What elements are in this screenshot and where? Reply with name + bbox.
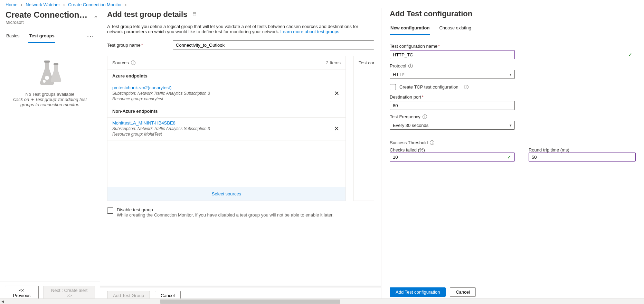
sources-label: Sources	[112, 60, 129, 65]
svg-rect-4	[193, 12, 196, 16]
tab-basics[interactable]: Basics	[6, 31, 20, 43]
collapse-pane-icon[interactable]: «	[94, 14, 97, 20]
breadcrumb-network-watcher[interactable]: Network Watcher	[26, 2, 60, 7]
create-tcp-checkbox[interactable]	[390, 84, 396, 90]
info-icon[interactable]: i	[408, 64, 413, 68]
create-tcp-label: Create TCP test configuration	[399, 84, 458, 90]
disable-group-checkbox[interactable]	[107, 208, 113, 214]
right-tabs: New configuration Choose existing	[390, 23, 636, 35]
org-name: Microsoft	[6, 20, 94, 25]
chevron-right-icon: ›	[63, 2, 65, 7]
info-icon[interactable]: i	[430, 140, 434, 145]
port-input[interactable]	[390, 101, 515, 110]
cancel-button[interactable]: Cancel	[450, 287, 475, 297]
chevron-down-icon: ▾	[510, 123, 512, 128]
app-layout: Create Connection… « Microsoft Basics Te…	[0, 8, 644, 304]
right-pane: Add Test configuration New configuration…	[381, 8, 644, 304]
endpoint-name-link[interactable]: MohittestLA_MININT-HB4SBE8	[112, 120, 333, 126]
protocol-label: Protocol i	[390, 63, 636, 68]
checks-failed-label: Checks failed (%)	[390, 147, 515, 153]
rtt-label: Round trip time (ms)	[529, 147, 636, 153]
frequency-select[interactable]: Every 30 seconds ▾	[390, 121, 515, 130]
mid-pane: Add test group details A Test group lets…	[100, 8, 381, 304]
sources-count: 2 Items	[326, 60, 341, 65]
empty-desc-1: Click on '+ Test group' for adding test	[6, 97, 94, 102]
frequency-label: Test Frequency i	[390, 114, 636, 119]
endpoint-rg: Resource group: MohitTest	[112, 132, 333, 137]
test-configurations-panel: Test configurations	[353, 56, 374, 201]
add-test-config-button[interactable]: Add Test configuration	[390, 287, 446, 297]
svg-point-2	[45, 76, 49, 80]
endpoint-row: pmtestchunk-vm2(canarytest) Subscription…	[107, 82, 345, 105]
page-title: Create Connection…	[6, 10, 94, 20]
tab-choose-existing[interactable]: Choose existing	[438, 23, 472, 35]
rtt-input[interactable]	[529, 153, 636, 162]
svg-point-3	[43, 80, 46, 83]
breadcrumb-home[interactable]: Home	[6, 2, 18, 7]
endpoint-row: MohittestLA_MININT-HB4SBE8 Subscription:…	[107, 118, 345, 140]
right-title: Add Test configuration	[390, 9, 636, 18]
valid-check-icon: ✓	[507, 154, 511, 160]
svg-rect-1	[54, 63, 58, 65]
group-name-label: Test group name*	[107, 43, 173, 48]
valid-check-icon: ✓	[628, 52, 632, 57]
empty-state: No Test groups available Click on '+ Tes…	[6, 61, 94, 107]
config-name-label: Test configuration name*	[390, 44, 636, 49]
sources-panel: Sources i 2 Items Azure endpoints pmtest…	[107, 56, 346, 201]
horizontal-scrollbar[interactable]: ◀	[0, 298, 644, 304]
mid-title: Add test group details	[107, 10, 187, 19]
remove-endpoint-icon[interactable]: ✕	[333, 123, 341, 134]
empty-title: No Test groups available	[6, 92, 94, 97]
svg-rect-0	[44, 61, 50, 63]
frequency-value: Every 30 seconds	[393, 123, 428, 128]
info-icon[interactable]: i	[464, 85, 468, 89]
config-name-input[interactable]	[390, 50, 515, 59]
pin-icon[interactable]	[192, 12, 197, 18]
disable-group-label: Disable test group	[117, 207, 333, 212]
protocol-select[interactable]: HTTP ▾	[390, 70, 515, 79]
disable-group-desc: While creating the Connection Monitor, i…	[117, 212, 333, 218]
breadcrumb: Home › Network Watcher › Create Connecti…	[0, 0, 644, 8]
intro-text: A Test group lets you define a logical g…	[107, 24, 374, 34]
scroll-thumb[interactable]	[160, 300, 340, 304]
threshold-section-label: Success Threshold i	[390, 140, 636, 145]
tab-new-configuration[interactable]: New configuration	[390, 23, 430, 35]
more-menu-icon[interactable]: ···	[87, 31, 94, 43]
port-label: Destination port*	[390, 94, 636, 100]
chevron-right-icon: ›	[125, 2, 126, 7]
learn-more-link[interactable]: Learn more about test groups	[280, 29, 339, 34]
info-icon[interactable]: i	[423, 114, 427, 119]
endpoint-rg: Resource group: canarytest	[112, 96, 333, 101]
beakers-icon	[33, 61, 67, 88]
protocol-value: HTTP	[393, 72, 405, 77]
tab-test-groups[interactable]: Test groups	[28, 31, 55, 43]
right-form: Test configuration name* ✓ Protocol i HT…	[390, 35, 636, 283]
test-conf-label: Test configurations	[359, 60, 369, 65]
left-tabs: Basics Test groups ···	[6, 31, 94, 43]
info-icon[interactable]: i	[131, 61, 135, 65]
breadcrumb-create-cm[interactable]: Create Connection Monitor	[68, 2, 122, 7]
endpoint-sub: Subscription: Network Traffic Analytics …	[112, 91, 333, 96]
empty-desc-2: groups to connection monitor.	[6, 102, 94, 107]
scroll-left-icon[interactable]: ◀	[0, 300, 6, 303]
endpoint-name-link[interactable]: pmtestchunk-vm2(canarytest)	[112, 85, 333, 90]
chevron-down-icon: ▾	[510, 72, 512, 77]
select-sources-button[interactable]: Select sources	[107, 187, 345, 201]
azure-endpoints-head: Azure endpoints	[107, 70, 345, 82]
previous-button[interactable]: << Previous	[5, 286, 39, 300]
left-pane: Create Connection… « Microsoft Basics Te…	[0, 8, 100, 304]
group-name-input[interactable]	[173, 40, 374, 49]
remove-endpoint-icon[interactable]: ✕	[333, 88, 341, 99]
checks-failed-input[interactable]	[390, 153, 515, 162]
chevron-right-icon: ›	[21, 2, 22, 7]
endpoint-sub: Subscription: Network Traffic Analytics …	[112, 126, 333, 131]
nonazure-endpoints-head: Non-Azure endpoints	[107, 105, 345, 118]
next-button[interactable]: Next : Create alert >>	[44, 286, 95, 300]
